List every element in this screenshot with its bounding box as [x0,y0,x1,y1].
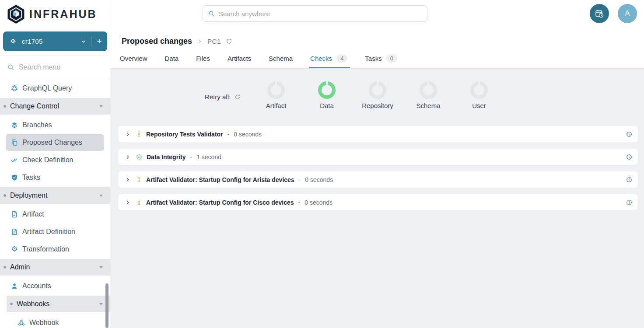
sidebar-item-artifact[interactable]: Artifact [0,206,110,223]
sidebar-item-label: Branches [22,121,52,129]
app-logo[interactable]: INFRAHUB [0,0,110,24]
collapse-triangle-icon[interactable] [99,303,103,305]
check-circle-icon [136,154,142,160]
check-row[interactable]: Data Integrity - 1 second [118,149,638,165]
check-row[interactable]: Artifact Validator: Startup Config for C… [118,194,638,210]
checks-panel: Retry all: Artifact Data Repository Sche… [110,69,644,328]
hourglass-icon [136,199,142,205]
checks-count-badge: 4 [336,54,347,63]
expand-chevron-icon[interactable] [125,132,130,137]
sidebar-item-branches[interactable]: Branches [0,116,110,134]
hourglass-icon [136,177,142,182]
check-row[interactable]: Repository Tests Validator - 0 seconds [118,126,638,142]
validator-user: User [454,81,504,109]
webhook-icon [18,319,25,326]
ring-schema[interactable] [420,81,437,99]
chevron-right-icon [197,38,203,44]
bullet-icon [4,194,6,197]
sidebar-item-transformation[interactable]: ⚙ Transformation [0,241,110,258]
collapse-triangle-icon[interactable] [99,195,103,197]
branch-name: cr1705 [22,38,43,45]
sidebar-section-deployment[interactable]: Deployment [0,187,110,204]
sidebar-item-label: Transformation [22,245,69,253]
tab-files[interactable]: Files [196,49,210,68]
ring-repository[interactable] [369,81,386,99]
sidebar-item-tasks[interactable]: Tasks [0,169,110,186]
ring-data[interactable] [318,81,336,99]
shield-check-icon [11,174,18,181]
menu-search[interactable] [0,56,110,79]
selected-item-highlight[interactable]: Proposed Changes [6,134,104,151]
sidebar-nav: GraphQL Query Change Control Branches Pr… [0,80,110,328]
check-title: Artifact Validator: Startup Config for A… [146,176,294,183]
retry-all-label: Retry all: [205,93,231,101]
sidebar-item-label: Check Definition [22,156,74,164]
branch-selector[interactable]: cr1705 + [3,31,107,51]
info-icon[interactable] [626,199,632,206]
sidebar-item-label: Tasks [22,174,40,181]
check-title: Repository Tests Validator [146,131,223,138]
add-branch-button[interactable]: + [91,37,107,46]
avatar-initial: A [625,10,630,17]
menu-search-input[interactable] [19,63,93,71]
tab-checks[interactable]: Checks 4 [310,49,347,68]
tab-overview[interactable]: Overview [120,49,147,68]
retry-all-refresh-icon[interactable] [234,94,241,100]
proposed-changes-icon [11,139,18,146]
info-icon[interactable] [626,131,632,137]
collapse-triangle-icon[interactable] [99,266,103,269]
sidebar-section-webhooks[interactable]: Webhooks [7,296,110,312]
search-icon [208,10,215,17]
check-row[interactable]: Artifact Validator: Startup Config for A… [118,171,638,188]
section-label: Change Control [10,102,59,110]
global-search-input[interactable] [219,10,411,17]
tab-bar: Overview Data Files Artifacts Schema Che… [120,49,397,68]
tab-data[interactable]: Data [165,49,179,68]
sidebar-item-label: Webhook [29,319,59,327]
sidebar-item-artifact-definition[interactable]: Artifact Definition [0,223,110,241]
info-icon[interactable] [626,154,632,160]
sidebar-section-change-control[interactable]: Change Control [0,98,110,115]
app-title: INFRAHUB [29,8,97,21]
sidebar-item-label: GraphQL Query [22,84,72,92]
expand-chevron-icon[interactable] [125,177,130,182]
collapse-triangle-icon[interactable] [99,105,103,108]
section-label: Deployment [10,192,47,199]
calendar-clock-icon [595,9,605,19]
page-title[interactable]: Proposed changes [122,37,192,46]
check-duration: 0 seconds [304,199,332,206]
tasks-count-badge: 0 [386,54,397,63]
avatar[interactable]: A [618,4,637,23]
user-icon [11,283,18,290]
tab-artifacts[interactable]: Artifacts [228,49,251,68]
sidebar-scrollbar[interactable] [105,283,108,328]
check-title: Artifact Validator: Startup Config for C… [146,199,294,206]
sidebar-item-webhook[interactable]: Webhook [0,314,110,328]
file-icon [11,211,18,218]
infrahub-hexagon-icon [7,4,25,24]
breadcrumb: Proposed changes PC1 [122,37,232,46]
info-icon[interactable] [626,177,632,183]
time-travel-button[interactable] [590,4,609,23]
sidebar-item-check-definition[interactable]: Check Definition [0,151,110,169]
top-header: A Proposed changes PC1 Overview Data Fil… [110,0,644,69]
global-search[interactable] [203,5,427,22]
chevron-down-icon[interactable] [80,38,87,45]
ring-artifact[interactable] [267,81,285,99]
refresh-icon[interactable] [226,38,232,45]
validator-schema: Schema [403,81,454,109]
ring-user[interactable] [470,81,488,99]
sidebar-item-proposed-changes[interactable]: Proposed Changes [0,134,110,151]
branch-icon [10,38,17,45]
sidebar-item-label: Artifact Definition [22,228,75,236]
expand-chevron-icon[interactable] [125,154,130,160]
sidebar-item-label: Accounts [22,282,51,290]
bullet-icon [4,266,6,269]
tab-tasks[interactable]: Tasks 0 [365,49,397,68]
sidebar-item-graphql-query[interactable]: GraphQL Query [0,80,110,97]
expand-chevron-icon[interactable] [125,200,130,205]
sidebar: INFRAHUB cr1705 + GraphQL Query Change C… [0,0,110,328]
sidebar-section-admin[interactable]: Admin [0,259,110,276]
tab-schema[interactable]: Schema [269,49,293,68]
sidebar-item-accounts[interactable]: Accounts [0,277,110,295]
